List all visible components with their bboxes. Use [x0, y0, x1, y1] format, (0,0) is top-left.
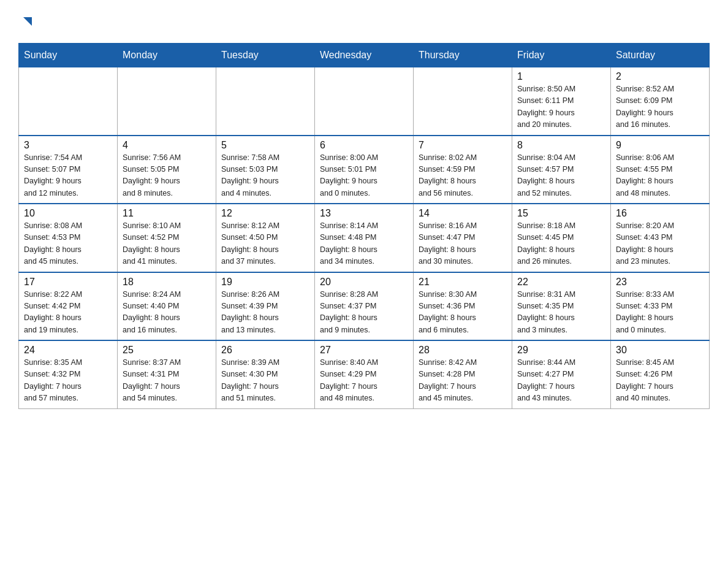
week-row-2: 3Sunrise: 7:54 AM Sunset: 5:07 PM Daylig… [19, 136, 710, 204]
day-info: Sunrise: 8:44 AM Sunset: 4:27 PM Dayligh… [517, 357, 605, 405]
calendar-cell: 8Sunrise: 8:04 AM Sunset: 4:57 PM Daylig… [512, 136, 611, 204]
day-info: Sunrise: 8:28 AM Sunset: 4:37 PM Dayligh… [320, 289, 408, 337]
day-number: 24 [24, 345, 112, 356]
calendar-cell [118, 67, 216, 136]
calendar-cell: 7Sunrise: 8:02 AM Sunset: 4:59 PM Daylig… [414, 136, 512, 204]
calendar-cell [315, 67, 414, 136]
day-number: 22 [517, 277, 605, 288]
day-info: Sunrise: 7:54 AM Sunset: 5:07 PM Dayligh… [24, 152, 112, 200]
calendar-cell: 27Sunrise: 8:40 AM Sunset: 4:29 PM Dayli… [315, 340, 414, 408]
calendar-cell: 6Sunrise: 8:00 AM Sunset: 5:01 PM Daylig… [315, 136, 414, 204]
day-info: Sunrise: 8:45 AM Sunset: 4:26 PM Dayligh… [616, 357, 704, 405]
calendar-cell: 12Sunrise: 8:12 AM Sunset: 4:50 PM Dayli… [216, 204, 315, 272]
day-number: 9 [616, 140, 704, 151]
calendar-cell [19, 67, 118, 136]
day-info: Sunrise: 8:18 AM Sunset: 4:45 PM Dayligh… [517, 220, 605, 268]
day-number: 3 [24, 140, 112, 151]
calendar-cell: 23Sunrise: 8:33 AM Sunset: 4:33 PM Dayli… [611, 272, 710, 341]
day-number: 19 [221, 277, 309, 288]
calendar-cell: 18Sunrise: 8:24 AM Sunset: 4:40 PM Dayli… [118, 272, 216, 341]
day-info: Sunrise: 8:14 AM Sunset: 4:48 PM Dayligh… [320, 220, 408, 268]
calendar-table: SundayMondayTuesdayWednesdayThursdayFrid… [18, 43, 710, 409]
day-info: Sunrise: 8:30 AM Sunset: 4:36 PM Dayligh… [419, 289, 507, 337]
day-number: 6 [320, 140, 408, 151]
day-number: 14 [419, 208, 507, 219]
calendar-cell: 3Sunrise: 7:54 AM Sunset: 5:07 PM Daylig… [19, 136, 118, 204]
calendar-cell: 11Sunrise: 8:10 AM Sunset: 4:52 PM Dayli… [118, 204, 216, 272]
calendar-cell: 13Sunrise: 8:14 AM Sunset: 4:48 PM Dayli… [315, 204, 414, 272]
svg-marker-0 [23, 17, 32, 26]
day-info: Sunrise: 8:12 AM Sunset: 4:50 PM Dayligh… [221, 220, 309, 268]
day-info: Sunrise: 8:20 AM Sunset: 4:43 PM Dayligh… [616, 220, 704, 268]
calendar-cell: 26Sunrise: 8:39 AM Sunset: 4:30 PM Dayli… [216, 340, 315, 408]
day-info: Sunrise: 8:40 AM Sunset: 4:29 PM Dayligh… [320, 357, 408, 405]
calendar-cell: 21Sunrise: 8:30 AM Sunset: 4:36 PM Dayli… [414, 272, 512, 341]
day-number: 30 [616, 345, 704, 356]
logo-flag-icon [21, 15, 34, 31]
calendar-cell: 10Sunrise: 8:08 AM Sunset: 4:53 PM Dayli… [19, 204, 118, 272]
day-number: 27 [320, 345, 408, 356]
weekday-header-friday: Friday [512, 44, 611, 67]
weekday-header-wednesday: Wednesday [315, 44, 414, 67]
day-number: 4 [123, 140, 211, 151]
weekday-header-sunday: Sunday [19, 44, 118, 67]
day-info: Sunrise: 8:37 AM Sunset: 4:31 PM Dayligh… [123, 357, 211, 405]
day-info: Sunrise: 8:06 AM Sunset: 4:55 PM Dayligh… [616, 152, 704, 200]
week-row-1: 1Sunrise: 8:50 AM Sunset: 6:11 PM Daylig… [19, 67, 710, 136]
day-info: Sunrise: 8:22 AM Sunset: 4:42 PM Dayligh… [24, 289, 112, 337]
calendar-cell: 17Sunrise: 8:22 AM Sunset: 4:42 PM Dayli… [19, 272, 118, 341]
day-info: Sunrise: 8:33 AM Sunset: 4:33 PM Dayligh… [616, 289, 704, 337]
calendar-cell: 5Sunrise: 7:58 AM Sunset: 5:03 PM Daylig… [216, 136, 315, 204]
week-row-3: 10Sunrise: 8:08 AM Sunset: 4:53 PM Dayli… [19, 204, 710, 272]
week-row-4: 17Sunrise: 8:22 AM Sunset: 4:42 PM Dayli… [19, 272, 710, 341]
day-info: Sunrise: 8:50 AM Sunset: 6:11 PM Dayligh… [517, 83, 605, 131]
day-info: Sunrise: 8:26 AM Sunset: 4:39 PM Dayligh… [221, 289, 309, 337]
day-info: Sunrise: 8:52 AM Sunset: 6:09 PM Dayligh… [616, 83, 704, 131]
header [18, 12, 710, 31]
day-info: Sunrise: 7:56 AM Sunset: 5:05 PM Dayligh… [123, 152, 211, 200]
day-info: Sunrise: 8:00 AM Sunset: 5:01 PM Dayligh… [320, 152, 408, 200]
day-info: Sunrise: 8:02 AM Sunset: 4:59 PM Dayligh… [419, 152, 507, 200]
day-info: Sunrise: 8:08 AM Sunset: 4:53 PM Dayligh… [24, 220, 112, 268]
calendar-cell: 15Sunrise: 8:18 AM Sunset: 4:45 PM Dayli… [512, 204, 611, 272]
day-number: 2 [616, 71, 704, 82]
calendar-cell [414, 67, 512, 136]
day-number: 10 [24, 208, 112, 219]
day-number: 12 [221, 208, 309, 219]
weekday-header-row: SundayMondayTuesdayWednesdayThursdayFrid… [19, 44, 710, 67]
week-row-5: 24Sunrise: 8:35 AM Sunset: 4:32 PM Dayli… [19, 340, 710, 408]
day-number: 15 [517, 208, 605, 219]
calendar-cell: 16Sunrise: 8:20 AM Sunset: 4:43 PM Dayli… [611, 204, 710, 272]
calendar-cell: 1Sunrise: 8:50 AM Sunset: 6:11 PM Daylig… [512, 67, 611, 136]
day-number: 5 [221, 140, 309, 151]
weekday-header-monday: Monday [118, 44, 216, 67]
day-number: 29 [517, 345, 605, 356]
day-info: Sunrise: 8:42 AM Sunset: 4:28 PM Dayligh… [419, 357, 507, 405]
day-number: 13 [320, 208, 408, 219]
day-number: 11 [123, 208, 211, 219]
weekday-header-tuesday: Tuesday [216, 44, 315, 67]
weekday-header-thursday: Thursday [414, 44, 512, 67]
day-number: 28 [419, 345, 507, 356]
calendar-cell: 28Sunrise: 8:42 AM Sunset: 4:28 PM Dayli… [414, 340, 512, 408]
day-info: Sunrise: 8:31 AM Sunset: 4:35 PM Dayligh… [517, 289, 605, 337]
calendar-cell: 25Sunrise: 8:37 AM Sunset: 4:31 PM Dayli… [118, 340, 216, 408]
day-number: 18 [123, 277, 211, 288]
day-number: 17 [24, 277, 112, 288]
day-number: 8 [517, 140, 605, 151]
calendar-cell: 19Sunrise: 8:26 AM Sunset: 4:39 PM Dayli… [216, 272, 315, 341]
day-info: Sunrise: 8:04 AM Sunset: 4:57 PM Dayligh… [517, 152, 605, 200]
day-number: 26 [221, 345, 309, 356]
calendar-cell: 20Sunrise: 8:28 AM Sunset: 4:37 PM Dayli… [315, 272, 414, 341]
day-number: 1 [517, 71, 605, 82]
day-number: 21 [419, 277, 507, 288]
calendar-cell [216, 67, 315, 136]
day-number: 16 [616, 208, 704, 219]
day-info: Sunrise: 7:58 AM Sunset: 5:03 PM Dayligh… [221, 152, 309, 200]
day-number: 25 [123, 345, 211, 356]
logo [18, 12, 34, 31]
calendar-cell: 22Sunrise: 8:31 AM Sunset: 4:35 PM Dayli… [512, 272, 611, 341]
calendar-cell: 30Sunrise: 8:45 AM Sunset: 4:26 PM Dayli… [611, 340, 710, 408]
day-number: 23 [616, 277, 704, 288]
day-number: 20 [320, 277, 408, 288]
